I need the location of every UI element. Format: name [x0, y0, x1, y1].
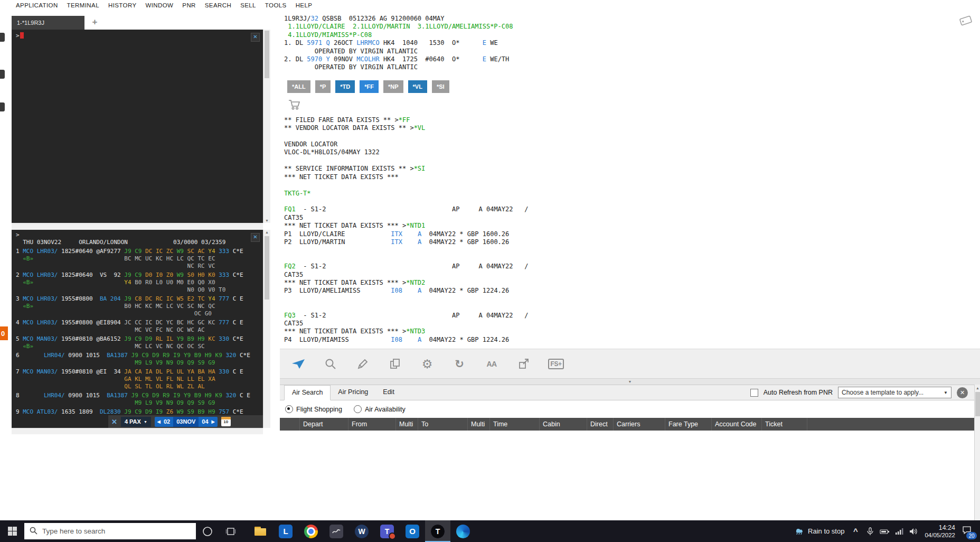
pnr-button-np[interactable]: *NP	[383, 80, 403, 93]
radio-button[interactable]	[354, 405, 362, 413]
radio-button[interactable]	[285, 405, 293, 413]
availability-row[interactable]: 8 LHR04/ 0900 1015 BA1387 J9 C9 D9 R9 I9…	[16, 392, 263, 399]
edit-icon[interactable]	[354, 355, 372, 373]
column-header-cabin: Cabin	[540, 418, 587, 431]
prev-day-label[interactable]: 02	[164, 418, 170, 425]
battery-icon[interactable]	[880, 528, 889, 535]
send-icon[interactable]	[289, 355, 307, 373]
edge-icon[interactable]	[450, 520, 476, 542]
new-tab-button[interactable]: +	[92, 16, 97, 29]
scroll-up-icon[interactable]: ▲	[975, 386, 980, 390]
pax-selector[interactable]: 4 PAX▼	[121, 417, 151, 427]
cortana-icon[interactable]	[196, 520, 219, 542]
availability-row[interactable]: 5 MCO MAN03/ 1950#0810 @BA6152 J9 C9 D9 …	[16, 335, 263, 343]
logmein-icon[interactable]: L	[273, 520, 298, 542]
refresh-icon[interactable]: ↻	[450, 355, 468, 373]
chrome-icon[interactable]	[298, 520, 324, 542]
sticky-notes-icon[interactable]	[324, 520, 349, 542]
text-line	[284, 246, 972, 254]
menu-item-pnr[interactable]: PNR	[182, 2, 195, 8]
horizontal-scrollbar[interactable]	[12, 428, 263, 434]
availability-row[interactable]: 3 MCO LHR03/ 1955#0800 BA 204 J9 C8 DC R…	[16, 295, 263, 303]
terminal-tab[interactable]: 1-*1L9R3J	[12, 16, 84, 30]
tag-icon[interactable]	[958, 14, 974, 30]
prev-day-icon[interactable]: ◀	[157, 419, 161, 424]
smartpoint-icon[interactable]: T	[425, 520, 450, 542]
pnr-button-td[interactable]: *TD	[335, 80, 355, 93]
vertical-scrollbar[interactable]: ▲	[263, 230, 270, 428]
pnr-button-vl[interactable]: *VL	[408, 80, 427, 93]
horizontal-scrollbar[interactable]	[12, 223, 263, 230]
availability-row[interactable]: 6 LHR04/ 0900 1015 BA1387 J9 C9 D9 R9 I9…	[16, 352, 263, 359]
weather-widget[interactable]: Rain to stop	[794, 526, 844, 537]
rail-icon[interactable]	[0, 70, 5, 79]
copy-icon[interactable]	[386, 355, 404, 373]
close-panel-button[interactable]: ✕	[957, 387, 968, 398]
taskbar-clock[interactable]: 14:24 04/05/2022	[925, 524, 955, 539]
word-icon[interactable]: W	[349, 520, 374, 542]
teams-icon[interactable]: T	[374, 520, 400, 542]
scrollbar-thumb[interactable]	[975, 392, 980, 416]
settings-icon[interactable]: ⚙	[418, 355, 436, 373]
scroll-up-icon[interactable]: ▲	[263, 230, 270, 234]
vertical-scrollbar[interactable]: ▲	[974, 385, 980, 520]
text-line: P3 LLOYD/AMELIAMISS I08 A 04MAY22 * GBP …	[284, 287, 972, 295]
menu-item-terminal[interactable]: TERMINAL	[67, 2, 99, 8]
pnr-button-all[interactable]: *ALL	[287, 80, 310, 93]
pnr-button-ff[interactable]: *FF	[360, 80, 379, 93]
radio-air-availability[interactable]: Air Availability	[354, 405, 406, 413]
menu-item-application[interactable]: APPLICATION	[16, 2, 58, 8]
task-view-icon[interactable]	[219, 520, 242, 542]
scrollbar-thumb[interactable]	[265, 236, 269, 300]
start-button[interactable]	[0, 520, 24, 542]
availability-row[interactable]: 9 MCO ATL03/ 1635 1809 DL2830 J9 C9 D9 I…	[16, 408, 263, 416]
menu-item-tools[interactable]: TOOLS	[265, 2, 287, 8]
rail-icon[interactable]	[0, 33, 5, 42]
panel-splitter[interactable]: ▼	[280, 379, 980, 385]
fast-sell-icon[interactable]: FS+	[547, 355, 565, 373]
scroll-down-icon[interactable]: ▼	[263, 219, 270, 222]
tab-air-pricing[interactable]: Air Pricing	[331, 385, 375, 399]
menu-item-help[interactable]: HELP	[296, 2, 313, 8]
terminal-window[interactable]: > ✕	[12, 30, 263, 223]
volume-icon[interactable]	[909, 528, 918, 535]
current-date[interactable]: 03NOV	[173, 417, 199, 427]
close-icon[interactable]: ✕	[251, 233, 260, 242]
file-explorer-icon[interactable]	[248, 520, 273, 542]
network-icon[interactable]	[895, 528, 903, 535]
outlook-icon[interactable]: O	[400, 520, 425, 542]
pnr-button-si[interactable]: *SI	[432, 80, 449, 93]
auto-refresh-checkbox[interactable]	[750, 389, 758, 397]
availability-row[interactable]: 4 MCO LHR03/ 1955#0800 @EI8904 JC CC IC …	[16, 319, 263, 326]
menu-item-history[interactable]: HISTORY	[108, 2, 137, 8]
cart-icon[interactable]	[288, 99, 972, 112]
export-icon[interactable]	[515, 355, 533, 373]
pnr-button-p[interactable]: *P	[315, 80, 331, 93]
tab-edit[interactable]: Edit	[375, 385, 402, 399]
next-day-icon[interactable]: ▶	[212, 419, 215, 424]
availability-row[interactable]: 7 MCO MAN03/ 1950#0810 @EI 34 JA CA IA D…	[16, 368, 263, 376]
next-day-label[interactable]: 04	[202, 418, 208, 425]
close-icon[interactable]: ✕	[111, 418, 117, 426]
hidden-icons-chevron[interactable]: ^	[851, 527, 860, 536]
calendar-icon[interactable]: 10	[221, 417, 231, 426]
search-icon[interactable]	[322, 355, 340, 373]
menu-item-search[interactable]: SEARCH	[205, 2, 231, 8]
radio-flight-shopping[interactable]: Flight Shopping	[285, 405, 342, 413]
rail-icon[interactable]	[0, 102, 5, 111]
vertical-scrollbar[interactable]: ▼	[263, 30, 270, 223]
availability-row[interactable]: 2 MCO LHR03/ 1825#0640 VS 92 J9 C9 D0 I0…	[16, 272, 263, 279]
column-header-to: To	[418, 418, 468, 431]
microphone-icon[interactable]	[866, 527, 874, 536]
template-dropdown[interactable]: Choose a template to apply...▼	[838, 387, 951, 398]
scrollbar-thumb[interactable]	[265, 31, 269, 78]
availability-window[interactable]: > THU 03NOV22 ORLANDO/LONDON 03/0000 03/…	[12, 230, 263, 428]
menu-item-sell[interactable]: SELL	[240, 2, 256, 8]
font-size-icon[interactable]: AA	[483, 355, 501, 373]
tab-air-search[interactable]: Air Search	[284, 385, 331, 400]
taskbar-search[interactable]: Type here to search	[24, 523, 196, 539]
availability-row[interactable]: 1 MCO LHR03/ 1825#0640 @AF9277 J9 C9 DC …	[16, 248, 263, 255]
close-icon[interactable]: ✕	[251, 33, 260, 42]
menu-item-window[interactable]: WINDOW	[145, 2, 173, 8]
action-center-icon[interactable]: 20	[962, 526, 974, 537]
